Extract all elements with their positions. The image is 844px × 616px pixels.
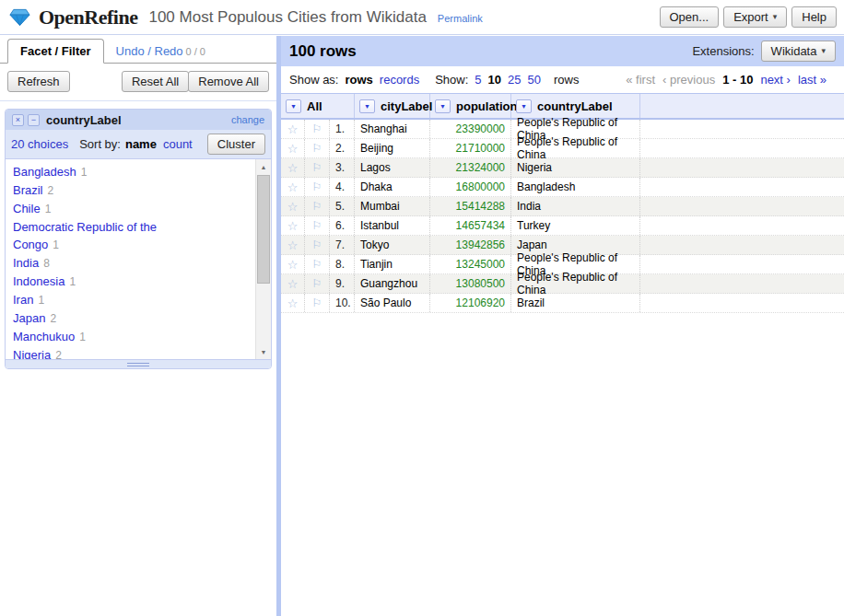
page-size-option[interactable]: 25 (508, 73, 521, 87)
facet-choice: Manchukuo1 (6, 328, 271, 346)
star-icon[interactable]: ☆ (281, 236, 305, 254)
cell-population[interactable]: 21710000 (430, 139, 511, 157)
pagination-next[interactable]: next › (760, 73, 791, 87)
cell-population[interactable]: 15414288 (430, 197, 511, 215)
cell-countrylabel[interactable]: Brazil (511, 294, 640, 312)
column-label-population: population (456, 99, 517, 113)
refresh-button[interactable]: Refresh (7, 71, 70, 92)
facet-choice-link[interactable]: Japan (13, 311, 45, 325)
flag-icon[interactable]: ⚐ (305, 236, 330, 254)
cell-population[interactable]: 12106920 (430, 294, 511, 312)
cluster-button[interactable]: Cluster (207, 134, 265, 155)
facet-choices-summary[interactable]: 20 choices (11, 137, 68, 151)
cell-citylabel[interactable]: Guangzhou (355, 274, 430, 293)
flag-icon[interactable]: ⚐ (305, 158, 330, 177)
cell-citylabel[interactable]: Mumbai (355, 197, 430, 215)
reset-all-button[interactable]: Reset All (122, 71, 189, 92)
flag-icon[interactable]: ⚐ (305, 274, 330, 293)
flag-icon[interactable]: ⚐ (305, 139, 330, 157)
sort-by-name[interactable]: name (125, 137, 157, 151)
facet-choice-link[interactable]: Chile (13, 202, 41, 215)
flag-icon[interactable]: ⚐ (305, 216, 330, 235)
page-size-option[interactable]: 10 (488, 73, 501, 87)
cell-citylabel[interactable]: Shanghai (355, 120, 430, 138)
star-icon[interactable]: ☆ (281, 120, 305, 138)
column-menu-citylabel-icon[interactable]: ▼ (359, 99, 375, 113)
table-body: ☆ ⚐ 1. Shanghai 23390000 People's Republ… (281, 120, 844, 313)
star-icon[interactable]: ☆ (281, 178, 305, 196)
cell-citylabel[interactable]: Beijing (355, 139, 430, 157)
openrefine-logo-icon[interactable] (9, 8, 30, 27)
pagination-last[interactable]: last » (798, 73, 826, 87)
star-icon[interactable]: ☆ (281, 216, 305, 235)
flag-icon[interactable]: ⚐ (305, 294, 330, 312)
cell-citylabel[interactable]: Dhaka (355, 178, 430, 196)
main-header-bar: 100 rows Extensions: Wikidata▾ (281, 36, 844, 66)
cell-countrylabel[interactable]: Bangladesh (511, 178, 640, 196)
facet-choice: Indonesia1 (6, 273, 271, 291)
facet-choice-count: 1 (81, 166, 88, 179)
flag-icon[interactable]: ⚐ (305, 197, 330, 215)
remove-all-button[interactable]: Remove All (188, 71, 269, 92)
project-title[interactable]: 100 Most Populous Cities from Wikidata (148, 8, 426, 27)
view-mode-rows[interactable]: rows (345, 73, 372, 87)
cell-countrylabel[interactable]: People's Republic of China (511, 139, 640, 157)
tab-facet-filter[interactable]: Facet / Filter (7, 39, 104, 64)
cell-countrylabel[interactable]: Turkey (511, 216, 640, 235)
cell-countrylabel[interactable]: India (511, 197, 640, 215)
scroll-down-icon[interactable]: ▼ (256, 344, 271, 359)
cell-citylabel[interactable]: Tianjin (355, 255, 430, 273)
cell-population[interactable]: 16800000 (430, 178, 511, 196)
page-size-option[interactable]: 5 (475, 73, 481, 87)
scroll-up-icon[interactable]: ▲ (256, 159, 271, 174)
cell-population[interactable]: 13080500 (430, 274, 511, 293)
facet-resize-handle[interactable] (6, 359, 271, 368)
cell-population[interactable]: 13245000 (430, 255, 511, 273)
star-icon[interactable]: ☆ (281, 158, 305, 177)
facet-choice-link[interactable]: Iran (13, 293, 33, 307)
page-size-option[interactable]: 50 (528, 73, 541, 87)
sort-by-count[interactable]: count (163, 137, 193, 151)
permalink-link[interactable]: Permalink (438, 13, 483, 24)
facet-choice: Nigeria2 (6, 346, 271, 359)
facet-choice-link[interactable]: Brazil (13, 183, 43, 197)
facet-close-icon[interactable]: × (12, 114, 24, 126)
facet-choice-link[interactable]: Bangladesh (13, 165, 76, 179)
cell-population[interactable]: 21324000 (430, 158, 511, 177)
cell-citylabel[interactable]: Istanbul (355, 216, 430, 235)
cell-citylabel[interactable]: Tokyo (355, 236, 430, 254)
column-menu-all-icon[interactable]: ▼ (286, 99, 301, 113)
facet-choice-link[interactable]: Manchukuo (13, 330, 75, 343)
facet-choice-link[interactable]: Indonesia (13, 274, 64, 288)
help-button[interactable]: Help (791, 6, 837, 28)
star-icon[interactable]: ☆ (281, 255, 305, 273)
export-button[interactable]: Export▾ (723, 6, 787, 28)
star-icon[interactable]: ☆ (281, 197, 305, 215)
facet-choice-link[interactable]: Democratic Republic of the Congo (13, 220, 157, 251)
column-menu-population-icon[interactable]: ▼ (435, 99, 451, 113)
open-button[interactable]: Open... (660, 6, 720, 28)
cell-population[interactable]: 23390000 (430, 120, 511, 138)
cell-countrylabel[interactable]: Nigeria (511, 158, 640, 177)
star-icon[interactable]: ☆ (281, 139, 305, 157)
cell-countrylabel[interactable]: People's Republic of China (511, 274, 640, 293)
tab-undo-redo[interactable]: Undo / Redo0 / 0 (104, 40, 217, 63)
wikidata-extension-button[interactable]: Wikidata▾ (761, 41, 836, 62)
facet-scrollbar[interactable]: ▲ ▼ (255, 159, 271, 359)
facet-choice-link[interactable]: Nigeria (13, 348, 51, 359)
flag-icon[interactable]: ⚐ (305, 120, 330, 138)
facet-change-link[interactable]: change (231, 114, 264, 125)
cell-population[interactable]: 14657434 (430, 216, 511, 235)
flag-icon[interactable]: ⚐ (305, 255, 330, 273)
facet-minimize-icon[interactable]: − (28, 114, 40, 126)
cell-citylabel[interactable]: Lagos (355, 158, 430, 177)
cell-citylabel[interactable]: São Paulo (355, 294, 430, 312)
star-icon[interactable]: ☆ (281, 294, 305, 312)
view-mode-records[interactable]: records (380, 73, 419, 87)
facet-choice-link[interactable]: India (13, 256, 39, 270)
column-menu-countrylabel-icon[interactable]: ▼ (516, 99, 532, 113)
star-icon[interactable]: ☆ (281, 274, 305, 293)
cell-population[interactable]: 13942856 (430, 236, 511, 254)
flag-icon[interactable]: ⚐ (305, 178, 330, 196)
scrollbar-thumb[interactable] (257, 175, 270, 284)
